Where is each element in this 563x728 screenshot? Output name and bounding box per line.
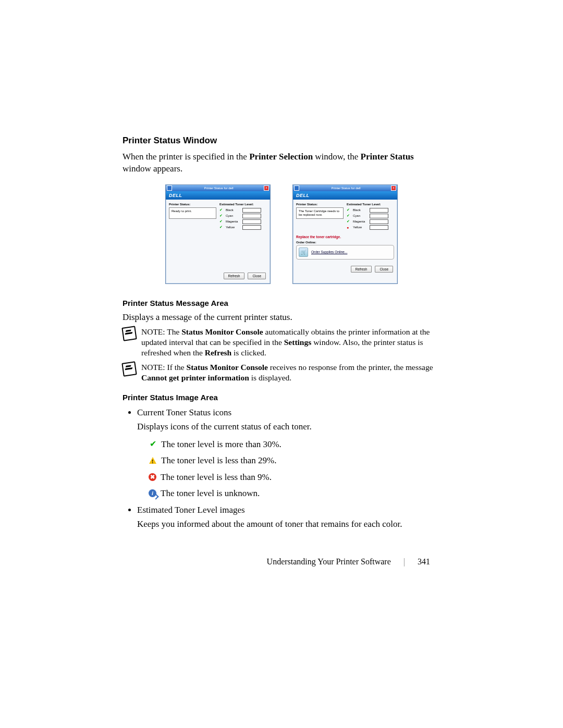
toner-status-line-critical: The toner level is less than 9%. <box>149 471 440 484</box>
toner-row-black: ✔Black <box>347 208 394 213</box>
toner-bar <box>370 208 388 213</box>
text-bold: Printer Selection <box>249 152 313 162</box>
close-button[interactable]: Close <box>375 266 393 273</box>
heading-message-area: Printer Status Message Area <box>123 299 440 307</box>
toner-status-line-ok: The toner level is more than 30%. <box>149 438 440 451</box>
refresh-button[interactable]: Refresh <box>351 266 372 273</box>
text: The toner level is unknown. <box>161 487 260 500</box>
text-bold: Printer Status <box>361 152 414 162</box>
check-icon: ✔ <box>219 208 224 212</box>
check-icon: ✔ <box>347 214 351 218</box>
printer-status-label: Printer Status: <box>296 203 344 206</box>
printer-status-label: Printer Status: <box>169 203 216 206</box>
check-icon <box>149 440 157 448</box>
toner-status-line-warn: The toner level is less than 29%. <box>149 454 440 467</box>
toner-list: ✔Black ✔Cyan ✔Magenta ●Yellow <box>347 208 394 230</box>
text-bold: Settings <box>284 338 312 347</box>
error-icon: ● <box>347 226 351 229</box>
toner-name: Cyan <box>226 214 240 217</box>
status-message: Ready to print. <box>169 207 216 219</box>
order-supplies-link[interactable]: Order Supplies Online... <box>311 250 347 254</box>
toner-name: Yellow <box>226 226 240 229</box>
titlebar: Printer Status for dell x <box>293 185 397 191</box>
toner-name: Yellow <box>353 226 368 229</box>
text: window, the <box>313 152 360 162</box>
window-icon <box>294 186 299 191</box>
toner-name: Black <box>226 208 240 212</box>
check-icon: ✔ <box>347 208 351 212</box>
text-bold: Status Monitor Console <box>187 363 268 372</box>
toner-row-cyan: ✔Cyan <box>347 214 394 218</box>
toner-name: Magenta <box>226 220 240 223</box>
text: The toner level is more than 30%. <box>161 438 282 451</box>
text: The toner level is less than 29%. <box>161 454 276 467</box>
replace-cartridge-message: Replace the toner cartridge. <box>296 235 394 239</box>
check-icon: ✔ <box>219 219 224 224</box>
toner-status-line-unknown: The toner level is unknown. <box>149 487 440 500</box>
order-online-section: Order Online: Order Supplies Online... <box>296 241 394 260</box>
text: When the printer is specified in the <box>123 152 249 162</box>
order-online-box: Order Supplies Online... <box>296 245 394 260</box>
check-icon: ✔ <box>219 225 224 229</box>
check-icon: ✔ <box>347 219 351 224</box>
text-bold: Refresh <box>205 348 231 357</box>
screenshot-row: Printer Status for dell x DELL Printer S… <box>123 184 440 284</box>
intro-paragraph: When the printer is specified in the Pri… <box>123 151 440 175</box>
window-button-row: Refresh Close <box>293 263 397 277</box>
message-area-desc: Displays a message of the current printe… <box>123 312 440 324</box>
toner-level-label: Estimated Toner Level: <box>219 203 267 206</box>
list-item: Current Toner Status icons Displays icon… <box>137 406 440 500</box>
text-bold: Status Monitor Console <box>181 327 263 336</box>
toner-bar <box>242 214 261 218</box>
toner-name: Black <box>353 208 368 212</box>
toner-row-yellow: ●Yellow <box>347 225 394 230</box>
window-icon <box>167 186 172 191</box>
toner-row-magenta: ✔Magenta <box>219 219 267 224</box>
toner-row-magenta: ✔Magenta <box>347 219 394 224</box>
error-icon <box>149 473 156 481</box>
page-footer: Understanding Your Printer Software | 34… <box>123 557 440 566</box>
document-page: Printer Status Window When the printer i… <box>0 0 563 598</box>
text: receives no response from the printer, t… <box>268 363 433 372</box>
toner-level-label: Estimated Toner Level: <box>347 203 394 206</box>
close-button[interactable]: Close <box>248 273 266 279</box>
toner-list: ✔Black ✔Cyan ✔Magenta ✔Yellow <box>219 208 267 230</box>
note-text: NOTE: The Status Monitor Console automat… <box>141 327 440 358</box>
toner-bar <box>242 225 261 230</box>
list-item-title: Estimated Toner Level images <box>137 505 245 515</box>
dell-logo: DELL <box>166 191 270 200</box>
footer-separator: | <box>403 557 405 566</box>
note-icon <box>121 326 137 341</box>
close-icon[interactable]: x <box>264 186 269 191</box>
note-block: NOTE: If the Status Monitor Console rece… <box>123 362 440 383</box>
list-item: Estimated Toner Level images Keeps you i… <box>137 503 440 531</box>
close-icon[interactable]: x <box>391 186 396 191</box>
toner-bar <box>370 219 388 224</box>
printer-status-window-ready: Printer Status for dell x DELL Printer S… <box>165 184 271 284</box>
order-online-label: Order Online: <box>296 241 394 244</box>
text-bold: Cannot get printer information <box>141 373 249 382</box>
toner-row-yellow: ✔Yellow <box>219 225 267 230</box>
page-number: 341 <box>418 557 430 566</box>
text: The toner level is less than 9%. <box>161 471 272 484</box>
window-title: Printer Status for dell <box>301 187 391 190</box>
toner-row-black: ✔Black <box>219 208 267 213</box>
cart-icon[interactable] <box>299 248 308 257</box>
window-title: Printer Status for dell <box>174 187 264 190</box>
warning-icon <box>149 456 157 465</box>
text: is displayed. <box>249 373 291 382</box>
titlebar: Printer Status for dell x <box>166 185 270 191</box>
note-text: NOTE: If the Status Monitor Console rece… <box>141 362 440 383</box>
printer-status-window-warning: Printer Status for dell x DELL Printer S… <box>292 184 398 284</box>
text: NOTE: If the <box>141 363 187 372</box>
toner-bar <box>242 208 261 213</box>
text: NOTE: The <box>141 327 181 336</box>
note-icon <box>121 362 137 377</box>
toner-bar <box>370 225 388 230</box>
window-button-row: Refresh Close <box>166 269 270 283</box>
toner-name: Cyan <box>353 214 368 217</box>
refresh-button[interactable]: Refresh <box>224 273 245 279</box>
text: window appears. <box>123 164 182 174</box>
info-icon <box>149 489 156 497</box>
check-icon: ✔ <box>219 214 224 218</box>
